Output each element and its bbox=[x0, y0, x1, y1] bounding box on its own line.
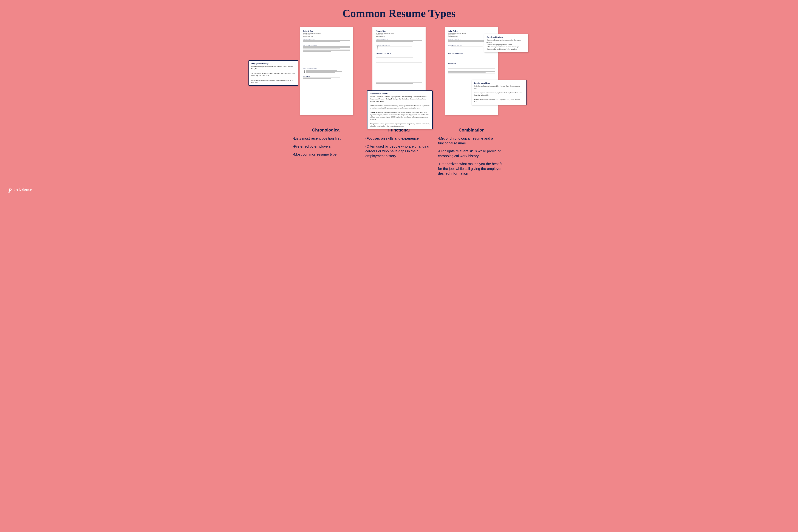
func-callout-title: Experience and Skills bbox=[370, 93, 430, 95]
func-section-exp: EXPERIENCE AND SKILLS bbox=[376, 53, 422, 54]
combo-desc: Combination -Mix of chronological resume… bbox=[438, 128, 505, 179]
func-name: John A. Doe bbox=[376, 30, 422, 32]
chron-name: John A. Doe bbox=[303, 30, 350, 32]
chron-callout-title: Employment History bbox=[251, 62, 296, 64]
combo-callout-top-title: Core Qualifications bbox=[486, 36, 526, 38]
combo-desc-item-3: -Emphasizes what makes you the best fit … bbox=[438, 162, 505, 176]
logo-icon: 𝆏 bbox=[9, 186, 12, 193]
combination-resume-wrapper: John A. Doe 935 Main Street, Ann Arbor, … bbox=[445, 27, 498, 115]
functional-resume-wrapper: John A. Doe 935 Main Street, Ann Arbor, … bbox=[372, 27, 426, 115]
chron-desc: Chronological -Lists most recent positio… bbox=[293, 128, 360, 179]
chron-desc-item-1: -Lists most recent position first bbox=[293, 136, 360, 141]
chron-callout-text: Senior Process Engineer, September 2016 … bbox=[251, 65, 296, 83]
chron-section-core: CORE QUALIFICATIONS bbox=[303, 68, 350, 69]
chronological-resume: John A. Doe 935 Main Street, Ann Arbor, … bbox=[300, 27, 353, 115]
chron-section-employment: EMPLOYMENT HISTORY bbox=[303, 44, 350, 46]
combo-type-title: Combination bbox=[438, 128, 505, 133]
combination-col: John A. Doe 935 Main Street, Ann Arbor, … bbox=[438, 27, 505, 119]
combo-callout-bottom-title: Employment History bbox=[474, 82, 524, 84]
functional-col: John A. Doe 935 Main Street, Ann Arbor, … bbox=[365, 27, 433, 119]
page-title: Common Resume Types bbox=[5, 7, 793, 20]
chron-line2 bbox=[303, 41, 340, 42]
chron-desc-item-3: -Most common resume type bbox=[293, 152, 360, 157]
combo-callout-top-text: - Background managing direct transporati… bbox=[486, 39, 526, 50]
logo-text: the balance bbox=[14, 187, 32, 191]
func-section-core: CORE QUALIFICATIONS bbox=[376, 44, 422, 46]
func-desc-item-2: -Often used by people who are changing c… bbox=[365, 144, 433, 158]
func-desc-item-1: -Focuses on skills and experience bbox=[365, 136, 433, 141]
chronological-col: John A. Doe 935 Main Street, Ann Arbor, … bbox=[293, 27, 360, 119]
chron-callout: Employment History Senior Process Engine… bbox=[248, 60, 298, 86]
func-contact: 935 Main Street, Ann Arbor, MI 55555 (21… bbox=[376, 32, 422, 37]
combo-name: John A. Doe bbox=[448, 30, 495, 32]
chron-desc-item-2: -Preferred by employers bbox=[293, 144, 360, 149]
combo-callout-bottom: Employment History Senior Process Engine… bbox=[471, 80, 526, 105]
resumes-row: John A. Doe 935 Main Street, Ann Arbor, … bbox=[5, 27, 793, 119]
combo-callout-top: Core Qualifications - Background managin… bbox=[484, 34, 528, 52]
chronological-resume-wrapper: John A. Doe 935 Main Street, Ann Arbor, … bbox=[300, 27, 353, 115]
func-callout-text: Skilled in Government Guidelines - Quali… bbox=[370, 96, 430, 127]
chron-line1 bbox=[303, 40, 350, 41]
chron-bullets bbox=[303, 70, 350, 73]
footer: 𝆏 the balance bbox=[5, 186, 793, 193]
combo-callout-bottom-text: Senior Process Engineer, September 2016 … bbox=[474, 85, 524, 103]
descriptions-row: Chronological -Lists most recent positio… bbox=[5, 128, 793, 179]
chron-contact: 935 Main Street, Ann Arbor, MI 55555 (21… bbox=[303, 32, 350, 37]
chron-section-edu: EDUCATION bbox=[303, 76, 350, 77]
combo-section-exp: EXPERIENCE bbox=[448, 63, 495, 64]
combo-desc-item-1: -Mix of chronological resume and a funct… bbox=[438, 136, 505, 146]
the-balance-logo: 𝆏 the balance bbox=[9, 186, 32, 193]
func-desc: Functional -Focuses on skills and experi… bbox=[365, 128, 433, 179]
chron-type-title: Chronological bbox=[293, 128, 360, 133]
func-section-career: CAREER OBJECTIVE bbox=[376, 39, 422, 40]
chron-section-career: CAREER OBJECTIVE bbox=[303, 39, 350, 40]
func-callout: Experience and Skills Skilled in Governm… bbox=[367, 91, 433, 129]
combo-section-employment: EMPLOYMENT HISTORY bbox=[448, 53, 495, 54]
combo-desc-item-2: -Highlights relevant skills while provid… bbox=[438, 149, 505, 158]
